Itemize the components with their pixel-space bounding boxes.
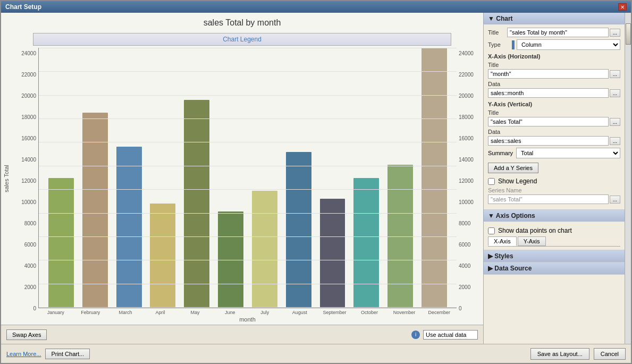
y-title-sublabel: Title — [488, 109, 620, 116]
y-label-r: 24000 — [459, 50, 474, 56]
window-title: Chart Setup — [5, 3, 41, 11]
x-axis-bar-label: May — [178, 310, 213, 315]
axis-options-label: ▼ Axis Options — [488, 212, 535, 219]
bar-group — [146, 48, 180, 308]
bar[interactable] — [320, 199, 346, 308]
scrollbar-thumb[interactable] — [626, 23, 631, 45]
chart-title-input[interactable] — [507, 28, 609, 37]
bar[interactable] — [48, 178, 74, 308]
bar[interactable] — [218, 211, 243, 308]
y-label-r: 8000 — [459, 221, 470, 226]
y-data-ellipsis-button[interactable]: ... — [610, 137, 620, 145]
show-data-points-checkbox[interactable] — [488, 227, 495, 234]
y-label-r: 2000 — [459, 284, 470, 290]
bar-group — [248, 48, 282, 308]
chart-legend: Chart Legend — [33, 33, 451, 46]
learn-more-button[interactable]: Learn More... — [6, 351, 41, 357]
x-data-ellipsis-button[interactable]: ... — [610, 89, 620, 97]
axis-options-header[interactable]: ▼ Axis Options — [484, 210, 625, 222]
y-title-input[interactable] — [488, 117, 609, 126]
y-title-ellipsis-button[interactable]: ... — [610, 118, 620, 126]
data-mode-select[interactable]: Use actual data — [423, 330, 478, 340]
chart-area: sales Total by month sales Total Chart L… — [1, 13, 484, 344]
chart-title: sales Total by month — [1, 13, 483, 33]
y-label: 24000 — [21, 50, 36, 56]
add-y-series-button[interactable]: Add a Y Series — [488, 163, 538, 173]
x-axis-title: month — [38, 315, 457, 325]
x-axis-tab[interactable]: X-Axis — [488, 236, 517, 246]
bar-group — [180, 48, 214, 308]
print-chart-button[interactable]: Print Chart... — [45, 349, 90, 359]
y-data-input[interactable] — [488, 136, 609, 146]
chart-section-body: Title ... Type ▐ Column — [484, 24, 625, 209]
bar[interactable] — [286, 152, 311, 308]
series-name-ellipsis-button[interactable]: ... — [610, 196, 620, 204]
x-axis-section-label: X-Axis (Horizontal) — [488, 53, 620, 60]
chart-body: sales Total Chart Legend 24000 22000 200… — [1, 33, 483, 325]
bar[interactable] — [422, 48, 447, 308]
y-labels-left: 24000 22000 20000 18000 16000 14000 1200… — [12, 48, 38, 325]
data-source-section-header[interactable]: ▶ Data Source — [484, 263, 625, 275]
bar[interactable] — [252, 191, 277, 308]
bars-area — [38, 48, 457, 308]
y-data-input-group: ... — [488, 136, 620, 146]
title-ellipsis-button[interactable]: ... — [610, 29, 620, 37]
y-axis-label: sales Total — [1, 33, 12, 325]
show-data-points-label: Show data points on chart — [498, 227, 572, 234]
chart-plot: 24000 22000 20000 18000 16000 14000 1200… — [12, 48, 483, 325]
show-data-points-row: Show data points on chart — [488, 227, 620, 234]
bar[interactable] — [150, 204, 175, 308]
y-label-r: 14000 — [459, 157, 474, 163]
x-title-ellipsis-button[interactable]: ... — [610, 70, 620, 78]
show-legend-row: Show Legend — [488, 177, 620, 185]
x-data-input[interactable] — [488, 88, 609, 98]
y-label-r: 20000 — [459, 93, 474, 99]
bar[interactable] — [116, 147, 142, 308]
scrollbar[interactable] — [625, 13, 631, 344]
show-legend-checkbox[interactable] — [488, 178, 495, 185]
right-panel: ▼ Chart Title ... Type ▐ — [484, 13, 625, 344]
chart-section-header[interactable]: ▼ Chart — [484, 13, 625, 24]
title-label: Title — [488, 29, 507, 36]
styles-section-header[interactable]: ▶ Styles — [484, 250, 625, 263]
bar[interactable] — [82, 113, 108, 308]
swap-axes-button[interactable]: Swap Axes — [6, 329, 47, 340]
x-axis-bar-label: September — [317, 310, 352, 315]
summary-row: Summary Total — [488, 148, 620, 158]
x-title-input[interactable] — [488, 69, 609, 79]
chart-type-select[interactable]: Column — [517, 39, 620, 50]
bar[interactable] — [387, 165, 413, 308]
y-label: 14000 — [21, 157, 36, 163]
save-as-layout-button[interactable]: Save as Layout... — [530, 348, 589, 360]
close-button[interactable]: ✕ — [618, 3, 627, 11]
y-axis-tab[interactable]: Y-Axis — [518, 236, 546, 246]
cancel-button[interactable]: Cancel — [594, 348, 626, 360]
toolbar-right: i Use actual data — [411, 330, 478, 340]
y-label: 4000 — [24, 263, 36, 269]
x-axis-bar-label: June — [213, 310, 248, 315]
summary-select[interactable]: Total — [516, 148, 620, 158]
y-label: 6000 — [24, 242, 36, 248]
main-content: sales Total by month sales Total Chart L… — [1, 13, 631, 344]
bar[interactable] — [184, 100, 209, 308]
y-axis-section-label: Y-Axis (Vertical) — [488, 101, 620, 107]
bar-group — [282, 48, 316, 308]
y-label-r: 4000 — [459, 263, 470, 269]
y-label-r: 0 — [459, 306, 462, 311]
y-label-r: 10000 — [459, 199, 474, 205]
x-title-input-group: ... — [488, 69, 620, 79]
bar-group — [417, 48, 451, 308]
x-axis-bar-label: January — [38, 310, 73, 315]
series-name-input[interactable] — [488, 194, 609, 204]
x-data-input-group: ... — [488, 88, 620, 98]
chart-setup-window: Chart Setup ✕ sales Total by month sales… — [0, 0, 632, 364]
y-label: 12000 — [21, 178, 36, 184]
bar[interactable] — [353, 178, 379, 308]
summary-label: Summary — [488, 150, 513, 156]
y-label: 20000 — [21, 93, 36, 99]
x-axis-bar-label: November — [387, 310, 422, 315]
bar-group — [316, 48, 350, 308]
axis-tabs: X-Axis Y-Axis — [488, 236, 620, 247]
styles-label: ▶ Styles — [488, 252, 513, 260]
title-bar: Chart Setup ✕ — [1, 1, 631, 13]
